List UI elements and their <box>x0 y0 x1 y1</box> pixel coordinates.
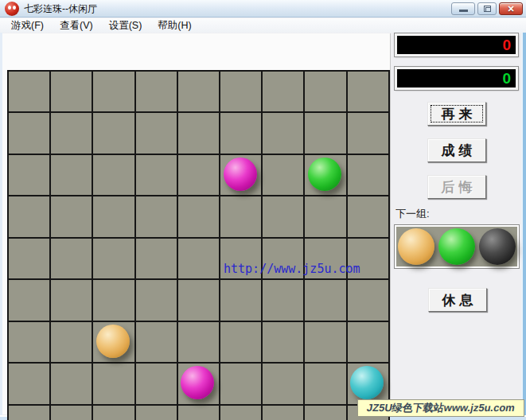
menu-game[interactable]: 游戏(F) <box>6 18 49 33</box>
title-bar[interactable]: 七彩连珠--休闲厅 ✕ <box>0 0 526 18</box>
ad-banner[interactable]: JZ5U绿色下载站www.jz5u.com <box>357 399 524 417</box>
game-board[interactable]: http://www.jz5u.com <box>7 70 390 420</box>
minimize-icon <box>459 10 468 12</box>
app-icon-eye <box>13 6 16 10</box>
maximize-icon <box>484 6 491 12</box>
board-ball-magenta[interactable] <box>224 158 257 191</box>
rest-button[interactable]: 休息 <box>428 288 487 312</box>
app-icon-eye <box>8 6 11 10</box>
menu-settings[interactable]: 设置(S) <box>103 18 148 33</box>
board-ball-cyan[interactable] <box>350 366 384 399</box>
scores-button[interactable]: 成绩 <box>427 138 486 162</box>
next-ball-green <box>438 228 475 265</box>
menu-help[interactable]: 帮助(H) <box>152 18 197 33</box>
menu-view[interactable]: 查看(V) <box>54 18 99 33</box>
next-ball-black <box>479 228 516 265</box>
next-ball-orange <box>398 228 434 265</box>
undo-button: 后悔 <box>427 175 486 199</box>
app-icon <box>5 2 19 16</box>
score-display-bottom: 0 <box>395 67 518 90</box>
window-title: 七彩连珠--休闲厅 <box>24 0 97 18</box>
menu-bar: 游戏(F) 查看(V) 设置(S) 帮助(H) <box>0 18 526 33</box>
minimize-button[interactable] <box>451 2 475 15</box>
watermark-url: http://www.jz5u.com <box>224 262 360 276</box>
close-button[interactable]: ✕ <box>499 2 523 15</box>
board-ball-magenta[interactable] <box>181 366 214 399</box>
score-value-bottom: 0 <box>397 69 516 88</box>
score-value-top: 0 <box>397 36 516 54</box>
ad-banner-text: JZ5U绿色下载站www.jz5u.com <box>365 401 516 415</box>
app-window: 七彩连珠--休闲厅 ✕ 游戏(F) 查看(V) 设置(S) 帮助(H) http… <box>0 0 526 420</box>
board-ball-green[interactable] <box>308 158 341 191</box>
board-ball-orange[interactable] <box>96 325 130 358</box>
restart-button[interactable]: 再来 <box>427 102 486 126</box>
next-group-label: 下一组: <box>395 207 430 221</box>
maximize-button[interactable] <box>477 2 497 15</box>
board-frame: http://www.jz5u.com <box>2 33 390 414</box>
window-border-right <box>521 33 526 420</box>
next-group-panel <box>395 225 519 268</box>
score-display-top: 0 <box>395 33 518 56</box>
